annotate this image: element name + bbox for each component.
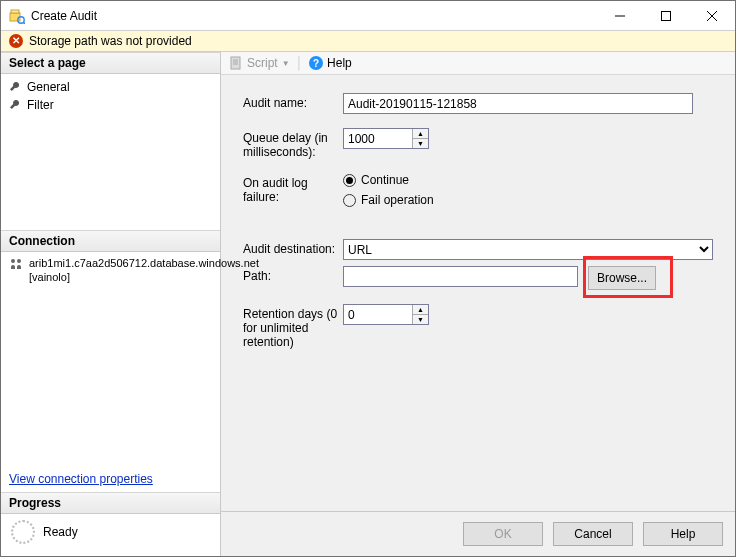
retention-label: Retention days (0 for unlimited retentio…: [243, 304, 343, 349]
queue-delay-label: Queue delay (in milliseconds):: [243, 128, 343, 159]
radio-fail-operation[interactable]: Fail operation: [343, 193, 713, 207]
ok-button: OK: [463, 522, 543, 546]
minimize-button[interactable]: [597, 1, 643, 31]
dialog-footer: OK Cancel Help: [221, 511, 735, 556]
radio-continue-label: Continue: [361, 173, 409, 187]
radio-icon: [343, 174, 356, 187]
radio-icon: [343, 194, 356, 207]
titlebar: Create Audit: [1, 1, 735, 31]
pages-list: General Filter: [1, 74, 220, 230]
window-title: Create Audit: [31, 9, 597, 23]
svg-line-3: [23, 22, 25, 24]
pages-header: Select a page: [1, 52, 220, 74]
dropdown-arrow-icon: ▼: [282, 59, 290, 68]
page-label: Filter: [27, 98, 54, 112]
help-icon: ?: [309, 56, 323, 70]
destination-label: Audit destination:: [243, 239, 343, 256]
error-bar: ✕ Storage path was not provided: [1, 31, 735, 52]
maximize-icon: [661, 11, 671, 21]
on-failure-label: On audit log failure:: [243, 173, 343, 204]
left-panel: Select a page General Filter Connection: [1, 52, 221, 556]
script-icon: [229, 56, 243, 70]
view-connection-properties-link[interactable]: View connection properties: [1, 466, 220, 492]
spin-down-button[interactable]: ▼: [413, 315, 428, 324]
retention-input-wrap: ▲ ▼: [343, 304, 429, 325]
svg-rect-5: [662, 11, 671, 20]
browse-button[interactable]: Browse...: [588, 266, 656, 290]
script-button: Script ▼: [229, 56, 290, 70]
create-audit-dialog: Create Audit ✕ Storage path was not prov…: [0, 0, 736, 557]
connection-body: arib1mi1.c7aa2d506712.database.windows.n…: [1, 252, 220, 289]
connection-header: Connection: [1, 230, 220, 252]
connection-server: arib1mi1.c7aa2d506712.database.windows.n…: [9, 256, 212, 285]
audit-name-input[interactable]: [343, 93, 693, 114]
page-item-general[interactable]: General: [9, 78, 212, 96]
queue-delay-input[interactable]: [344, 129, 412, 148]
progress-header: Progress: [1, 492, 220, 514]
help-label: Help: [327, 56, 352, 70]
wrench-icon: [9, 99, 21, 111]
maximize-button[interactable]: [643, 1, 689, 31]
app-icon: [9, 8, 25, 24]
progress-row: Ready: [1, 514, 220, 556]
wrench-icon: [9, 81, 21, 93]
help-button[interactable]: ? Help: [309, 56, 352, 70]
svg-point-9: [17, 259, 21, 263]
script-label: Script: [247, 56, 278, 70]
form-area: Audit name: Queue delay (in milliseconds…: [221, 75, 735, 511]
audit-name-label: Audit name:: [243, 93, 343, 110]
help-footer-button[interactable]: Help: [643, 522, 723, 546]
toolbar: Script ▼ │ ? Help: [221, 52, 735, 75]
spin-down-button[interactable]: ▼: [413, 139, 428, 148]
path-label: Path:: [243, 266, 343, 283]
svg-rect-1: [11, 10, 19, 13]
queue-delay-input-wrap: ▲ ▼: [343, 128, 429, 149]
svg-point-8: [11, 259, 15, 263]
close-button[interactable]: [689, 1, 735, 31]
svg-rect-10: [231, 57, 240, 69]
page-label: General: [27, 80, 70, 94]
progress-spinner-icon: [11, 520, 35, 544]
right-panel: Script ▼ │ ? Help Audit name: Queue dela…: [221, 52, 735, 556]
error-message: Storage path was not provided: [29, 34, 192, 48]
destination-select[interactable]: URL: [343, 239, 713, 260]
minimize-icon: [615, 11, 625, 21]
close-icon: [707, 11, 717, 21]
retention-input[interactable]: [344, 305, 412, 324]
server-icon: [9, 257, 23, 271]
cancel-button[interactable]: Cancel: [553, 522, 633, 546]
radio-continue[interactable]: Continue: [343, 173, 713, 187]
progress-status: Ready: [43, 525, 78, 539]
page-item-filter[interactable]: Filter: [9, 96, 212, 114]
path-input[interactable]: [343, 266, 578, 287]
error-icon: ✕: [9, 34, 23, 48]
spin-up-button[interactable]: ▲: [413, 129, 428, 139]
radio-fail-label: Fail operation: [361, 193, 434, 207]
spin-up-button[interactable]: ▲: [413, 305, 428, 315]
